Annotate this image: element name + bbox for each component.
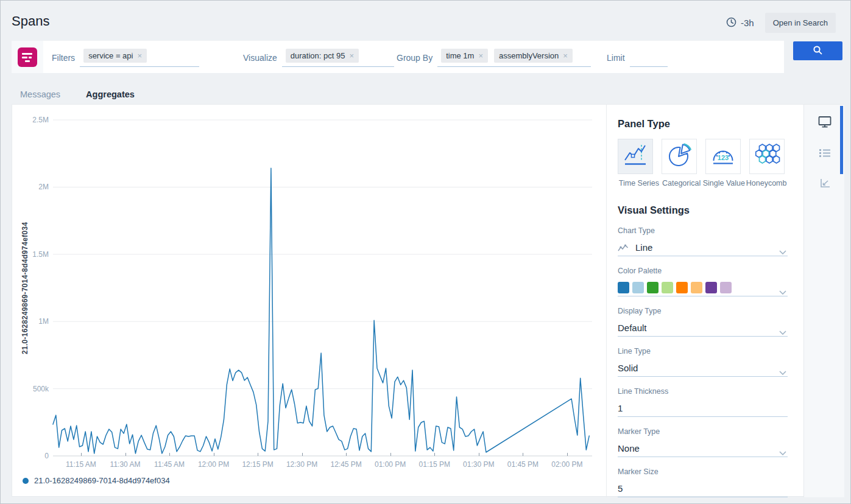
trace-spans-icon bbox=[18, 47, 37, 67]
x-axis-tick-mark bbox=[567, 453, 568, 456]
x-axis-tick-mark bbox=[214, 453, 214, 456]
x-axis-tick-label: 02:00 PM bbox=[540, 460, 595, 469]
y-axis-tick-label: 2M bbox=[12, 183, 49, 191]
x-axis-tick-mark bbox=[302, 453, 303, 456]
visualize-input[interactable]: duration: pct 95 × bbox=[282, 49, 394, 67]
x-axis-tick-mark bbox=[523, 453, 523, 456]
color-palette-swatches bbox=[618, 282, 732, 293]
chip-remove-icon[interactable]: × bbox=[137, 51, 142, 60]
group-by-field: Group By time 1m × assemblyVersion × bbox=[397, 49, 591, 67]
chip-remove-icon[interactable]: × bbox=[349, 51, 354, 60]
gauge-123-icon: 123 bbox=[710, 142, 736, 170]
x-axis-tick-mark bbox=[258, 453, 258, 456]
time-series-chart[interactable] bbox=[53, 120, 592, 456]
filters-field: Filters service = api × bbox=[52, 49, 199, 67]
limit-field: Limit bbox=[607, 49, 668, 67]
chart-canvas[interactable] bbox=[53, 120, 592, 456]
x-axis-tick-mark bbox=[169, 453, 170, 456]
trace-query-icon-wrap bbox=[12, 41, 43, 73]
group-by-chip-time[interactable]: time 1m × bbox=[441, 49, 488, 63]
query-filter-bar: Filters service = api × Visualize durati… bbox=[12, 41, 784, 73]
chevron-down-icon bbox=[779, 246, 786, 257]
visualize-field: Visualize duration: pct 95 × bbox=[243, 49, 394, 67]
marker-type-field: Marker Type None bbox=[618, 427, 788, 457]
display-type-value: Default bbox=[618, 323, 647, 333]
axes-view-button[interactable] bbox=[814, 173, 836, 195]
limit-label: Limit bbox=[607, 53, 625, 63]
view-mode-strip bbox=[803, 105, 844, 497]
display-type-select[interactable]: Default bbox=[618, 320, 788, 337]
marker-type-label: Marker Type bbox=[618, 427, 788, 436]
palette-swatch bbox=[618, 282, 629, 293]
chip-remove-icon[interactable]: × bbox=[563, 51, 568, 60]
palette-swatch bbox=[720, 282, 732, 293]
line-thickness-value: 1 bbox=[618, 403, 623, 413]
x-axis-tick-mark bbox=[434, 453, 435, 456]
line-thickness-field: Line Thickness 1 bbox=[618, 387, 788, 417]
time-range-picker[interactable]: -3h bbox=[726, 17, 754, 29]
tile-label-categorical: Categorical bbox=[660, 179, 703, 187]
visualize-label: Visualize bbox=[243, 53, 277, 63]
display-type-field: Display Type Default bbox=[618, 307, 788, 337]
x-axis-tick-mark bbox=[479, 453, 479, 456]
marker-type-select[interactable]: None bbox=[618, 440, 788, 457]
chart-type-value: Line bbox=[635, 242, 652, 253]
chip-remove-icon[interactable]: × bbox=[478, 51, 483, 60]
run-search-button[interactable] bbox=[793, 41, 842, 60]
chart-axes-icon bbox=[819, 178, 830, 191]
honeycomb-icon bbox=[754, 142, 780, 171]
legend-series-label: 21.0-1628249869-7014-8d4d974ef034 bbox=[34, 476, 170, 485]
marker-size-field: Marker Size 5 bbox=[618, 467, 788, 497]
x-axis-tick-mark bbox=[390, 453, 391, 456]
y-axis-tick-labels: 0500k1M1.5M2M2.5M bbox=[12, 105, 49, 497]
chevron-down-icon bbox=[779, 286, 786, 297]
line-thickness-input[interactable]: 1 bbox=[618, 400, 788, 417]
pie-chart-icon bbox=[666, 142, 692, 170]
visualize-chip[interactable]: duration: pct 95 × bbox=[286, 49, 359, 63]
group-by-label: Group By bbox=[397, 53, 433, 63]
aggregates-panel: 21.0-1628249869-7014-8d4d974ef034 0500k1… bbox=[12, 104, 844, 497]
marker-type-value: None bbox=[618, 443, 640, 453]
visual-settings-heading: Visual Settings bbox=[618, 205, 788, 216]
panel-scrollbar-thumb[interactable] bbox=[840, 106, 843, 174]
chevron-down-icon bbox=[779, 447, 786, 458]
chart-type-field: Chart Type Line bbox=[618, 226, 788, 256]
filters-input[interactable]: service = api × bbox=[80, 49, 199, 67]
y-axis-tick-label: 2.5M bbox=[12, 116, 49, 124]
chart-type-select[interactable]: Line bbox=[618, 239, 788, 256]
chart-legend-item[interactable]: 21.0-1628249869-7014-8d4d974ef034 bbox=[23, 476, 170, 485]
spans-page: Spans -3h Open in Search Filters service… bbox=[0, 0, 851, 504]
list-icon bbox=[819, 149, 830, 160]
y-axis-tick-label: 1.5M bbox=[12, 250, 49, 259]
color-palette-select[interactable] bbox=[618, 279, 788, 296]
page-title: Spans bbox=[12, 13, 49, 29]
panel-settings-sidebar: Panel Type bbox=[606, 105, 803, 497]
line-type-select[interactable]: Solid bbox=[618, 360, 788, 377]
svg-text:123: 123 bbox=[718, 154, 729, 161]
group-by-chip-assembly[interactable]: assemblyVersion × bbox=[494, 49, 573, 63]
filter-chip[interactable]: service = api × bbox=[83, 49, 147, 63]
marker-size-input[interactable]: 5 bbox=[618, 480, 788, 497]
limit-input[interactable] bbox=[630, 49, 668, 67]
y-axis-tick-label: 500k bbox=[12, 385, 49, 393]
search-icon bbox=[813, 45, 823, 57]
palette-swatch bbox=[647, 282, 659, 293]
display-view-button[interactable] bbox=[814, 112, 836, 134]
panel-type-time-series[interactable] bbox=[618, 139, 653, 174]
x-axis-tick-mark bbox=[81, 453, 82, 456]
list-view-button[interactable] bbox=[814, 143, 836, 165]
panel-type-honeycomb[interactable] bbox=[749, 139, 785, 174]
line-thickness-label: Line Thickness bbox=[618, 387, 788, 396]
panel-type-heading: Panel Type bbox=[618, 118, 788, 130]
panel-type-categorical[interactable] bbox=[662, 139, 697, 174]
tile-label-honeycomb: Honeycomb bbox=[745, 179, 788, 187]
palette-swatch bbox=[662, 282, 673, 293]
panel-type-labels: Time Series Categorical Single Value Hon… bbox=[618, 179, 788, 187]
palette-swatch bbox=[691, 282, 702, 293]
open-in-search-button[interactable]: Open in Search bbox=[765, 13, 836, 33]
time-series-icon bbox=[623, 142, 648, 170]
palette-swatch bbox=[705, 282, 717, 293]
panel-type-single-value[interactable]: 123 bbox=[705, 139, 741, 174]
chevron-down-icon bbox=[779, 366, 786, 377]
group-by-input[interactable]: time 1m × assemblyVersion × bbox=[437, 49, 591, 67]
